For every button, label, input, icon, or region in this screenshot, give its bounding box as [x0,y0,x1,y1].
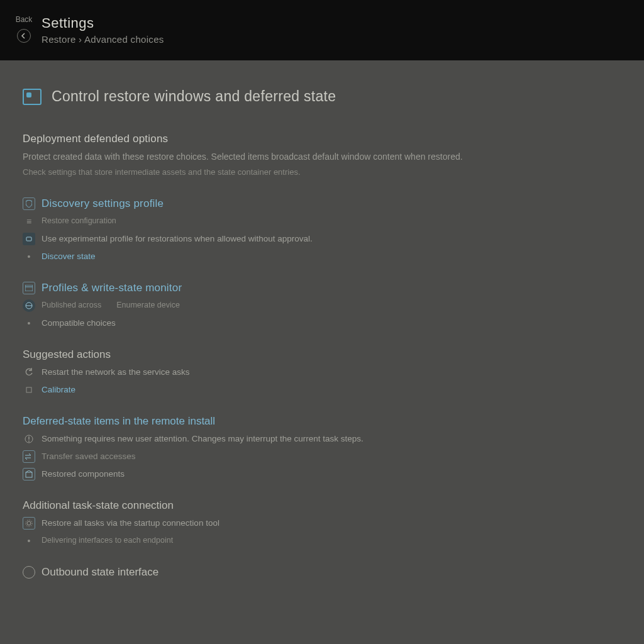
svg-rect-9 [26,472,32,477]
section-heading: Suggested actions [23,348,621,361]
alert-icon [23,433,35,445]
item-label: Published across [42,299,101,311]
section-deployment: Deployment defended options Protect crea… [23,133,621,179]
svg-rect-1 [25,285,33,291]
bullet-icon: • [23,250,35,263]
section-heading: Deferred-state items in the remote insta… [23,415,621,428]
section-profiles: Profiles & write-state monitor Published… [23,282,621,330]
monitor-icon [23,89,42,105]
main-content: Control restore windows and deferred sta… [0,60,644,579]
card-icon [23,282,35,294]
item-badge: Enumerate device [116,299,180,311]
section-outbound: Outbound state interface [23,566,621,579]
section-additional: Additional task-state connection Restore… [23,499,621,547]
back-icon[interactable] [17,29,31,43]
section-heading: Deployment defended options [23,133,621,145]
section-heading: Profiles & write-state monitor [42,282,182,294]
hero-title: Control restore windows and deferred sta… [52,88,336,105]
page-title: Settings [42,15,164,31]
breadcrumb[interactable]: Restore › Advanced choices [42,34,164,45]
svg-rect-5 [26,387,31,392]
item-label[interactable]: Restart the network as the service asks [42,366,190,379]
section-heading: Outbound state interface [42,566,158,579]
item-label[interactable]: Transfer saved accesses [42,450,136,463]
item-label: Something requires new user attention. C… [42,433,364,445]
package-icon [23,468,35,480]
globe-icon [23,299,35,312]
hero: Control restore windows and deferred sta… [23,88,621,105]
section-deferred: Deferred-state items in the remote insta… [23,415,621,480]
svg-rect-0 [26,237,31,241]
restart-icon [23,366,35,379]
bullet-icon: • [23,317,35,330]
item-link[interactable]: Discover state [42,250,96,263]
topbar: Back Settings Restore › Advanced choices [0,0,644,60]
gear-icon [23,517,35,530]
item-link[interactable]: Calibrate [42,384,75,396]
section-suggested: Suggested actions Restart the network as… [23,348,621,396]
svg-point-10 [27,521,31,525]
item-label[interactable]: Restore configuration [42,215,116,226]
item-label: Delivering interfaces to each endpoint [42,535,173,546]
tool-icon [23,384,35,396]
section-heading: Discovery settings profile [42,197,164,210]
svg-point-8 [28,440,30,441]
item-label[interactable]: Restore all tasks via the startup connec… [42,517,219,530]
svg-point-11 [26,519,32,526]
item-label: Use experimental profile for restoration… [42,233,313,245]
circle-icon [23,566,35,579]
section-discovery: Discovery settings profile ≡ Restore con… [23,197,621,263]
section-sub: Check settings that store intermediate a… [23,166,621,179]
shield-icon [23,197,35,210]
item-label[interactable]: Restored components [42,468,125,480]
device-icon [23,233,35,245]
section-heading: Additional task-state connection [23,499,621,512]
back-label: Back [16,15,33,24]
transfer-icon [23,450,35,463]
section-lead: Protect created data with these restore … [23,150,621,164]
item-label[interactable]: Compatible choices [42,317,116,330]
bullet-icon: ≡ [23,215,35,228]
bullet-icon: • [23,535,35,547]
